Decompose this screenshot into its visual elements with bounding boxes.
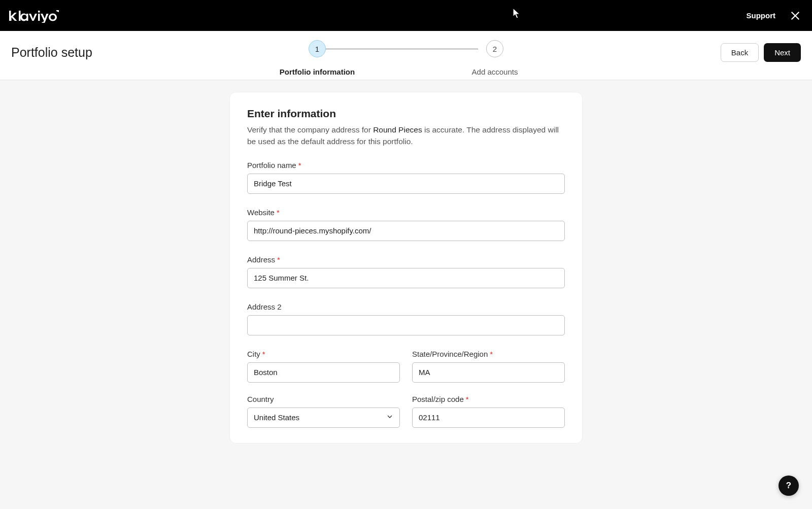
close-button[interactable] <box>790 10 801 21</box>
top-bar: Support <box>0 0 812 31</box>
step-connector <box>326 49 478 49</box>
website-label: Website* <box>247 208 565 217</box>
required-icon: * <box>277 208 280 217</box>
required-icon: * <box>277 255 280 264</box>
required-icon: * <box>298 161 301 169</box>
portfolio-name-label: Portfolio name* <box>247 161 565 169</box>
step-1-circle: 1 <box>309 40 326 57</box>
city-input[interactable] <box>247 362 400 383</box>
form-heading: Enter information <box>247 108 565 120</box>
close-icon <box>790 10 801 21</box>
support-link[interactable]: Support <box>747 11 776 20</box>
address-input[interactable] <box>247 268 565 288</box>
klaviyo-logo <box>8 9 59 23</box>
step-1-label: Portfolio information <box>280 67 355 76</box>
svg-rect-0 <box>19 11 21 21</box>
sub-header: Portfolio setup 1 Portfolio information … <box>0 31 812 80</box>
next-button[interactable]: Next <box>764 43 801 62</box>
form-desc-pre: Verify that the company address for <box>247 125 373 134</box>
form-description: Verify that the company address for Roun… <box>247 124 565 148</box>
step-1: 1 Portfolio information <box>272 40 363 76</box>
step-2-label: Add accounts <box>472 67 518 76</box>
city-label: City* <box>247 350 400 358</box>
help-button[interactable]: ? <box>779 476 799 496</box>
form-desc-company: Round Pieces <box>373 125 422 134</box>
form-card: Enter information Verify that the compan… <box>230 92 582 443</box>
required-icon: * <box>262 350 265 358</box>
website-input[interactable] <box>247 221 565 241</box>
address-label: Address* <box>247 255 565 264</box>
content-area: Enter information Verify that the compan… <box>0 80 812 463</box>
country-label: Country <box>247 395 400 403</box>
country-select[interactable]: United States <box>247 408 400 428</box>
required-icon: * <box>466 395 469 403</box>
address2-label: Address 2 <box>247 302 565 311</box>
page-title: Portfolio setup <box>11 41 92 60</box>
stepper: 1 Portfolio information 2 Add accounts <box>272 40 540 76</box>
svg-rect-2 <box>38 11 40 13</box>
state-label: State/Province/Region* <box>412 350 565 358</box>
state-input[interactable] <box>412 362 565 383</box>
postal-label: Postal/zip code* <box>412 395 565 403</box>
svg-rect-1 <box>38 14 40 21</box>
portfolio-name-input[interactable] <box>247 174 565 194</box>
address2-input[interactable] <box>247 315 565 335</box>
step-2-circle: 2 <box>486 40 503 57</box>
step-2: 2 Add accounts <box>449 40 540 76</box>
postal-input[interactable] <box>412 408 565 428</box>
back-button[interactable]: Back <box>721 43 759 62</box>
required-icon: * <box>490 350 493 358</box>
